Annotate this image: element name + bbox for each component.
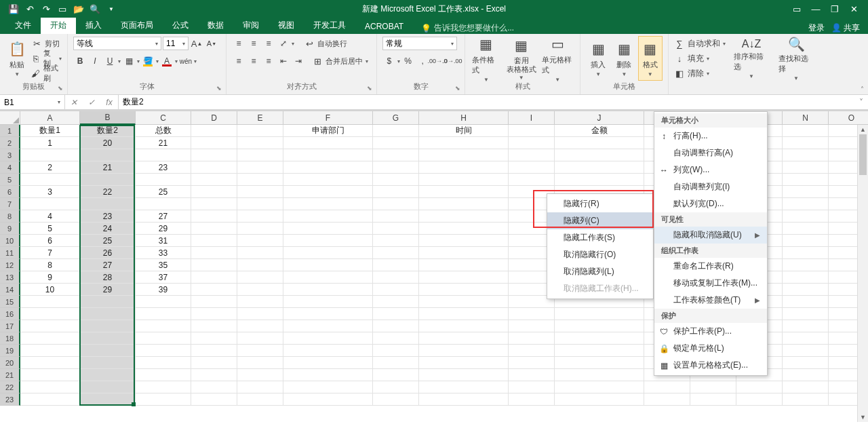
column-header[interactable]: E	[237, 111, 283, 125]
cell[interactable]	[419, 235, 509, 247]
align-top-icon[interactable]: ≡	[232, 37, 245, 50]
cell[interactable]	[191, 247, 237, 259]
cell[interactable]	[237, 161, 283, 174]
cell[interactable]	[136, 149, 191, 161]
cell[interactable]	[373, 174, 419, 186]
cell[interactable]: 27	[136, 210, 191, 223]
cell[interactable]	[283, 345, 373, 357]
cell[interactable]: 31	[136, 235, 191, 247]
cell[interactable]: 39	[136, 284, 191, 296]
row-header[interactable]: 4	[0, 161, 20, 174]
fill-button[interactable]: ↓填充 ▾	[674, 52, 726, 65]
cell[interactable]	[283, 308, 373, 320]
collapse-ribbon-icon[interactable]: ˄	[861, 85, 864, 93]
menu-hide-unhide[interactable]: 隐藏和取消隐藏(U)▶	[654, 227, 767, 244]
cell[interactable]: 3	[20, 186, 80, 198]
row-header[interactable]: 3	[0, 149, 20, 161]
cell[interactable]	[237, 186, 283, 198]
menu-lock-cell[interactable]: 🔒锁定单元格(L)	[654, 340, 767, 357]
cell[interactable]	[283, 259, 373, 271]
cell[interactable]	[283, 198, 373, 210]
align-right-icon[interactable]: ≡	[262, 54, 275, 68]
cell[interactable]	[283, 174, 373, 186]
cell[interactable]	[373, 125, 419, 137]
row-header[interactable]: 16	[0, 308, 20, 320]
bold-button[interactable]: B	[73, 54, 87, 68]
cell[interactable]	[509, 174, 555, 186]
cell[interactable]	[191, 332, 237, 345]
cell[interactable]	[283, 357, 373, 369]
cell[interactable]: 金额	[555, 125, 644, 137]
cell[interactable]	[419, 332, 509, 345]
cell[interactable]: 24	[80, 223, 136, 235]
cell[interactable]	[555, 369, 644, 381]
align-bottom-icon[interactable]: ≡	[262, 37, 275, 50]
cell[interactable]	[20, 320, 80, 332]
cell[interactable]	[191, 186, 237, 198]
column-header[interactable]: F	[283, 111, 373, 125]
cell[interactable]	[555, 357, 644, 369]
cell[interactable]	[509, 137, 555, 149]
cell[interactable]	[373, 149, 419, 161]
cell[interactable]	[191, 235, 237, 247]
cell[interactable]	[20, 369, 80, 381]
cell[interactable]	[283, 393, 373, 406]
cell[interactable]	[419, 198, 509, 210]
cell[interactable]	[419, 296, 509, 308]
cell[interactable]	[690, 393, 736, 406]
cell[interactable]	[191, 296, 237, 308]
cell[interactable]	[191, 308, 237, 320]
cell[interactable]	[237, 198, 283, 210]
cell[interactable]	[373, 308, 419, 320]
cell[interactable]	[783, 271, 829, 284]
cell[interactable]	[136, 345, 191, 357]
cell[interactable]	[20, 198, 80, 210]
submenu-hide-rows[interactable]: 隐藏行(R)	[547, 195, 653, 212]
cell[interactable]	[283, 186, 373, 198]
cell[interactable]	[136, 198, 191, 210]
cell[interactable]	[783, 210, 829, 223]
cell[interactable]	[373, 259, 419, 271]
cell[interactable]	[237, 357, 283, 369]
cell[interactable]	[191, 125, 237, 137]
row-header[interactable]: 23	[0, 393, 20, 406]
cell[interactable]	[80, 369, 136, 381]
row-header[interactable]: 15	[0, 296, 20, 308]
minimize-icon[interactable]: —	[808, 2, 823, 16]
cell[interactable]: 申请部门	[283, 125, 373, 137]
fx-icon[interactable]: fx	[100, 98, 118, 107]
cell[interactable]: 37	[136, 271, 191, 284]
cell[interactable]	[419, 161, 509, 174]
delete-cells-button[interactable]: ▦删除▼	[612, 37, 636, 80]
cell[interactable]	[419, 284, 509, 296]
border-button[interactable]: ▦	[122, 54, 136, 68]
cell[interactable]	[509, 393, 555, 406]
cell[interactable]: 22	[80, 186, 136, 198]
cell[interactable]	[644, 393, 690, 406]
cell[interactable]	[237, 247, 283, 259]
cell[interactable]	[373, 247, 419, 259]
cell[interactable]: 25	[80, 235, 136, 247]
submenu-hide-sheet[interactable]: 隐藏工作表(S)	[547, 229, 653, 246]
cell[interactable]	[237, 296, 283, 308]
tab-review[interactable]: 审阅	[233, 17, 269, 34]
cell[interactable]: 23	[136, 161, 191, 174]
cell[interactable]	[237, 125, 283, 137]
cell[interactable]	[509, 369, 555, 381]
cell[interactable]	[783, 332, 829, 345]
new-icon[interactable]: ▭	[56, 2, 69, 16]
cell[interactable]	[419, 174, 509, 186]
cell[interactable]	[283, 369, 373, 381]
column-header[interactable]: N	[783, 111, 829, 125]
cell[interactable]	[783, 149, 829, 161]
menu-format-cells[interactable]: ▦设置单元格格式(E)...	[654, 357, 767, 374]
cell[interactable]	[283, 137, 373, 149]
cell[interactable]	[783, 393, 829, 406]
format-as-table-button[interactable]: ▦套用 表格格式▼	[505, 33, 538, 83]
select-all-corner[interactable]	[0, 111, 20, 125]
fill-color-button[interactable]: 🪣	[141, 54, 155, 68]
cell[interactable]: 数量1	[20, 125, 80, 137]
font-size-select[interactable]: 11▾	[163, 37, 189, 50]
increase-indent-icon[interactable]: ⇥	[292, 54, 305, 68]
cell[interactable]	[283, 320, 373, 332]
